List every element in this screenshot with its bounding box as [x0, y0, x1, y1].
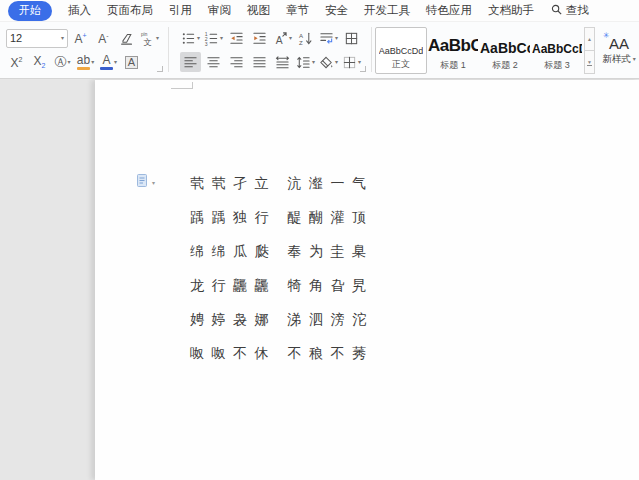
decrease-indent-icon: [229, 31, 244, 46]
document-text[interactable]: 茕茕孑立 沆瀣一气踽踽独行 醍醐灌顶绵绵瓜瓞 奉为圭臬龙行龘龘 犄角旮旯娉婷袅娜…: [190, 166, 373, 370]
document-page[interactable]: ▾ 茕茕孑立 沆瀣一气踽踽独行 醍醐灌顶绵绵瓜瓞 奉为圭臬龙行龘龘 犄角旮旯娉婷…: [95, 80, 639, 480]
style-heading-1[interactable]: AaBbC标题 1: [427, 27, 479, 74]
ribbon-tab-bar: 开始插入页面布局引用审阅视图章节安全开发工具特色应用文档助手查找: [0, 0, 639, 22]
text-layout-icon: A: [273, 31, 288, 46]
tab-home[interactable]: 开始: [8, 1, 52, 21]
clear-format-button[interactable]: [116, 28, 137, 48]
style-heading-3[interactable]: AaBbCcD标题 3: [531, 27, 583, 74]
distribute-button[interactable]: [272, 52, 293, 72]
tab-special-apps[interactable]: 特色应用: [426, 3, 472, 18]
style-gallery-scrollbar: ▲ ▼: [584, 27, 595, 74]
toolbar-group-divider: [168, 27, 169, 72]
style-normal[interactable]: AaBbCcDd正文: [375, 27, 427, 74]
justify-button[interactable]: [249, 52, 270, 72]
subscript-button[interactable]: X2: [29, 52, 50, 72]
style-preview: AaBbCcD: [532, 40, 582, 59]
pinyin-guide-button[interactable]: pīn文▾: [139, 28, 160, 48]
find-button[interactable]: 查找: [550, 3, 589, 18]
tab-doc-assistant[interactable]: 文档助手: [488, 3, 534, 18]
decrease-indent-button[interactable]: [226, 28, 247, 48]
tab-security[interactable]: 安全: [325, 3, 348, 18]
align-center-button[interactable]: [203, 52, 224, 72]
style-gallery-scroll-up[interactable]: ▲: [584, 27, 595, 51]
search-icon: [550, 3, 563, 18]
increase-font-button[interactable]: A+: [70, 28, 91, 48]
color-bar: [100, 67, 113, 70]
chevron-down-icon: ▾: [335, 59, 338, 65]
highlight-color-button[interactable]: ab▾: [75, 52, 96, 72]
tab-page-layout[interactable]: 页面布局: [107, 3, 153, 18]
grid-frame-button[interactable]: [341, 28, 362, 48]
chevron-down-icon: ▾: [67, 59, 70, 65]
tab-insert[interactable]: 插入: [68, 3, 91, 18]
numbered-list-button[interactable]: 123▾: [203, 28, 224, 48]
document-line[interactable]: 龙行龘龘 犄角旮旯: [190, 268, 373, 302]
document-line[interactable]: 娉婷袅娜 涕泗滂沱: [190, 302, 373, 336]
superscript-icon: X2: [11, 56, 23, 69]
numbered-list-icon: 123: [204, 31, 219, 46]
clear-format-icon: [119, 31, 134, 46]
tab-review[interactable]: 审阅: [208, 3, 231, 18]
document-line[interactable]: 踽踽独行 醍醐灌顶: [190, 200, 373, 234]
font-size-value: 12: [10, 32, 22, 44]
align-left-icon: [183, 55, 198, 70]
chevron-down-icon: ▾: [114, 59, 117, 65]
increase-indent-icon: [252, 31, 267, 46]
chevron-down-icon: ▾: [289, 35, 292, 41]
sort-button[interactable]: AZ: [295, 28, 316, 48]
increase-font-icon: A+: [74, 32, 86, 45]
document-line[interactable]: 呶呶不休 不稂不莠: [190, 336, 373, 370]
distribute-icon: [275, 55, 290, 70]
svg-text:Z: Z: [299, 38, 303, 45]
text-layout-button[interactable]: A▾: [272, 28, 293, 48]
tab-section[interactable]: 章节: [286, 3, 309, 18]
tab-references[interactable]: 引用: [169, 3, 192, 18]
toolbar-group-divider: [371, 27, 372, 72]
font-color-icon: A: [102, 54, 110, 66]
document-line[interactable]: 绵绵瓜瓞 奉为圭臬: [190, 234, 373, 268]
increase-indent-button[interactable]: [249, 28, 270, 48]
decrease-font-icon: A-: [98, 32, 108, 45]
character-shading-icon: A: [125, 56, 138, 69]
style-label: 标题 3: [544, 59, 570, 72]
grid-frame-icon: [344, 31, 359, 46]
superscript-button[interactable]: X2: [6, 52, 27, 72]
paragraph-mark-button[interactable]: ▾: [318, 28, 339, 48]
svg-text:3: 3: [205, 40, 208, 45]
sort-icon: AZ: [298, 31, 313, 46]
circled-character-button[interactable]: Ⓐ▾: [52, 52, 73, 72]
character-shading-button[interactable]: A: [121, 52, 142, 72]
shading-button[interactable]: ▾: [318, 52, 339, 72]
font-color-button[interactable]: A▾: [98, 52, 119, 72]
decrease-font-button[interactable]: A-: [93, 28, 114, 48]
svg-text:文: 文: [143, 37, 152, 46]
new-style-label: 新样式: [602, 53, 631, 66]
new-style-button[interactable]: AA✳ 新样式▾: [600, 27, 638, 74]
wps-writer-window: 开始插入页面布局引用审阅视图章节安全开发工具特色应用文档助手查找 12▾A+A-…: [0, 0, 639, 480]
svg-text:A: A: [276, 34, 283, 45]
align-right-button[interactable]: [226, 52, 247, 72]
border-button[interactable]: ▾: [341, 52, 362, 72]
line-spacing-button[interactable]: ▾: [295, 52, 316, 72]
document-line[interactable]: 茕茕孑立 沆瀣一气: [190, 166, 373, 200]
chevron-down-icon: ▾: [61, 35, 64, 41]
new-style-icon: AA✳: [609, 36, 629, 51]
style-preview: AaBbCc: [480, 37, 530, 59]
style-gallery: AaBbCcDd正文AaBbC标题 1AaBbCc标题 2AaBbCcD标题 3…: [375, 27, 595, 74]
tab-view[interactable]: 视图: [247, 3, 270, 18]
paragraph-tools-group-row2: ▾▾▾: [180, 52, 362, 72]
paragraph-mark-icon: [319, 31, 334, 46]
tab-dev-tools[interactable]: 开发工具: [364, 3, 410, 18]
font-tools-group-row1: 12▾A+A-pīn文▾: [6, 28, 166, 48]
subscript-icon: X2: [34, 55, 46, 69]
align-left-button[interactable]: [180, 52, 201, 72]
style-gallery-more[interactable]: ▼: [584, 51, 595, 74]
style-label: 正文: [392, 58, 410, 71]
align-center-icon: [206, 55, 221, 70]
paste-options-button[interactable]: ▾: [135, 173, 155, 192]
document-workspace[interactable]: ▾ 茕茕孑立 沆瀣一气踽踽独行 醍醐灌顶绵绵瓜瓞 奉为圭臬龙行龘龘 犄角旮旯娉婷…: [0, 79, 639, 480]
style-heading-2[interactable]: AaBbCc标题 2: [479, 27, 531, 74]
bullet-list-button[interactable]: ▾: [180, 28, 201, 48]
chevron-down-icon: ▾: [633, 56, 636, 62]
font-size-select[interactable]: 12▾: [6, 29, 68, 48]
